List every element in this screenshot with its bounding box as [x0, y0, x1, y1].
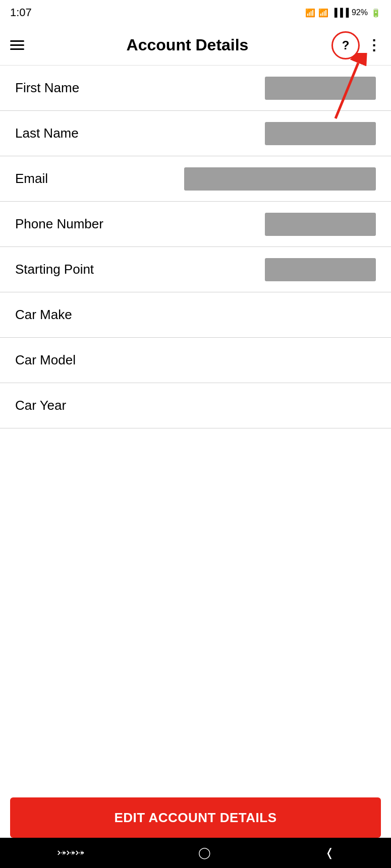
bluetooth-icon: 📶	[305, 8, 315, 18]
wifi-icon: 📶	[318, 8, 328, 18]
car-make-label: Car Make	[15, 307, 72, 323]
signal-icon: ▐▐▐	[331, 8, 349, 17]
more-options-button[interactable]: ⋮	[367, 37, 381, 53]
starting-point-label: Starting Point	[15, 262, 94, 277]
phone-number-label: Phone Number	[15, 216, 103, 232]
phone-number-row[interactable]: Phone Number	[0, 202, 391, 247]
hamburger-line-3	[10, 48, 24, 50]
email-label: Email	[15, 171, 48, 187]
last-name-row[interactable]: Last Name	[0, 111, 391, 156]
form-container: First Name Last Name Email Phone Number …	[0, 66, 391, 428]
email-value	[184, 167, 376, 191]
first-name-label: First Name	[15, 80, 79, 96]
nav-bar: ⤐⤐⤐ ◯ ❬	[0, 838, 391, 868]
last-name-value	[265, 122, 376, 145]
edit-account-details-button[interactable]: Edit Account Details	[10, 797, 381, 838]
car-year-label: Car Year	[15, 398, 66, 413]
car-model-row[interactable]: Car Model	[0, 338, 391, 383]
car-model-label: Car Model	[15, 352, 76, 368]
battery-level: 92%	[352, 8, 368, 17]
hamburger-menu-button[interactable]	[10, 40, 24, 50]
phone-number-value	[265, 213, 376, 236]
help-button[interactable]	[331, 31, 360, 59]
first-name-value	[265, 77, 376, 100]
starting-point-value	[265, 258, 376, 281]
first-name-row[interactable]: First Name	[0, 66, 391, 111]
hamburger-line-2	[10, 44, 24, 46]
status-time: 1:07	[10, 6, 32, 19]
nav-back-icon[interactable]: ❬	[325, 846, 334, 859]
app-bar: Account Details ⋮	[0, 25, 391, 66]
car-year-row[interactable]: Car Year	[0, 383, 391, 428]
app-bar-actions: ⋮	[331, 31, 381, 59]
page-title: Account Details	[34, 36, 341, 54]
email-row[interactable]: Email	[0, 156, 391, 202]
edit-button-label: Edit Account Details	[115, 810, 277, 826]
starting-point-row[interactable]: Starting Point	[0, 247, 391, 292]
hamburger-line-1	[10, 40, 24, 42]
status-icons: 📶 📶 ▐▐▐ 92% 🔋	[305, 8, 381, 18]
nav-recent-apps-icon[interactable]: ⤐⤐⤐	[57, 846, 84, 859]
battery-icon: 🔋	[371, 8, 381, 18]
car-make-row[interactable]: Car Make	[0, 292, 391, 338]
last-name-label: Last Name	[15, 126, 79, 141]
nav-home-icon[interactable]: ◯	[198, 846, 211, 859]
status-bar: 1:07 📶 📶 ▐▐▐ 92% 🔋	[0, 0, 391, 25]
